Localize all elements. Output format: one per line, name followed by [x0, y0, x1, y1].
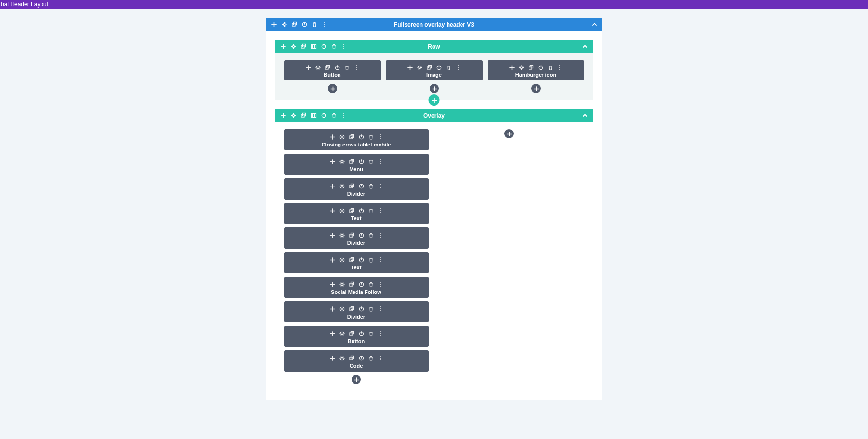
module-image[interactable]: Image [386, 60, 483, 80]
add-icon[interactable] [329, 208, 335, 213]
duplicate-icon[interactable] [349, 134, 354, 140]
module-social-media-follow[interactable]: Social Media Follow [284, 277, 429, 298]
add-icon[interactable] [329, 306, 335, 312]
duplicate-icon[interactable] [426, 65, 432, 70]
module-code[interactable]: Code [284, 350, 429, 372]
more-icon[interactable] [341, 43, 347, 50]
duplicate-icon[interactable] [349, 232, 354, 238]
module-divider[interactable]: Divider [284, 227, 429, 249]
duplicate-icon[interactable] [349, 331, 354, 336]
module-text[interactable]: Text [284, 203, 429, 224]
disable-icon[interactable] [538, 65, 543, 70]
add-icon[interactable] [271, 21, 277, 27]
more-icon[interactable] [353, 65, 359, 70]
duplicate-icon[interactable] [325, 65, 330, 70]
module-text[interactable]: Text [284, 252, 429, 273]
more-icon[interactable] [378, 159, 383, 164]
collapse-icon[interactable] [582, 112, 588, 119]
duplicate-icon[interactable] [349, 183, 354, 189]
settings-icon[interactable] [339, 134, 345, 140]
section-header[interactable]: Fullscreen overlay header V3 [266, 18, 602, 31]
more-icon[interactable] [378, 257, 383, 263]
row-header[interactable]: Row [275, 40, 593, 53]
more-icon[interactable] [455, 65, 461, 70]
more-icon[interactable] [378, 183, 383, 189]
add-module-button[interactable] [352, 375, 361, 384]
duplicate-icon[interactable] [300, 43, 307, 50]
delete-icon[interactable] [368, 257, 374, 263]
module-divider[interactable]: Divider [284, 178, 429, 200]
more-icon[interactable] [378, 355, 383, 361]
settings-icon[interactable] [339, 232, 345, 238]
add-icon[interactable] [329, 257, 335, 263]
more-icon[interactable] [378, 232, 383, 238]
settings-icon[interactable] [339, 355, 345, 361]
disable-icon[interactable] [321, 43, 327, 50]
more-icon[interactable] [557, 65, 563, 70]
duplicate-icon[interactable] [349, 208, 354, 213]
collapse-icon[interactable] [591, 21, 597, 27]
settings-icon[interactable] [290, 112, 297, 119]
add-icon[interactable] [329, 134, 335, 140]
settings-icon[interactable] [339, 208, 345, 213]
delete-icon[interactable] [368, 306, 374, 312]
delete-icon[interactable] [368, 134, 374, 140]
add-icon[interactable] [329, 159, 335, 164]
duplicate-icon[interactable] [528, 65, 534, 70]
duplicate-icon[interactable] [349, 159, 354, 164]
disable-icon[interactable] [358, 208, 364, 213]
more-icon[interactable] [341, 112, 347, 119]
more-icon[interactable] [378, 306, 383, 312]
add-icon[interactable] [329, 183, 335, 189]
add-module-button[interactable] [328, 84, 337, 93]
add-module-button[interactable] [430, 84, 439, 93]
settings-icon[interactable] [339, 159, 345, 164]
delete-icon[interactable] [331, 112, 337, 119]
delete-icon[interactable] [368, 183, 374, 189]
add-icon[interactable] [407, 65, 413, 70]
more-icon[interactable] [378, 134, 383, 140]
row-header[interactable]: Overlay [275, 109, 593, 122]
settings-icon[interactable] [281, 21, 287, 27]
disable-icon[interactable] [301, 21, 308, 27]
add-icon[interactable] [280, 112, 286, 119]
duplicate-icon[interactable] [349, 306, 354, 312]
duplicate-icon[interactable] [349, 355, 354, 361]
disable-icon[interactable] [358, 183, 364, 189]
settings-icon[interactable] [315, 65, 321, 70]
duplicate-icon[interactable] [349, 257, 354, 263]
delete-icon[interactable] [368, 331, 374, 336]
columns-icon[interactable] [311, 112, 317, 119]
module-button[interactable]: Button [284, 326, 429, 347]
add-icon[interactable] [329, 355, 335, 361]
delete-icon[interactable] [368, 281, 374, 287]
delete-icon[interactable] [368, 208, 374, 213]
settings-icon[interactable] [290, 43, 297, 50]
add-icon[interactable] [329, 232, 335, 238]
disable-icon[interactable] [358, 134, 364, 140]
duplicate-icon[interactable] [300, 112, 307, 119]
delete-icon[interactable] [446, 65, 451, 70]
disable-icon[interactable] [321, 112, 327, 119]
add-icon[interactable] [509, 65, 515, 70]
module-menu[interactable]: Menu [284, 154, 429, 175]
module-divider[interactable]: Divider [284, 301, 429, 322]
add-icon[interactable] [329, 331, 335, 336]
settings-icon[interactable] [339, 281, 345, 287]
collapse-icon[interactable] [582, 43, 588, 50]
settings-icon[interactable] [339, 306, 345, 312]
add-icon[interactable] [305, 65, 311, 70]
disable-icon[interactable] [358, 355, 364, 361]
disable-icon[interactable] [358, 281, 364, 287]
settings-icon[interactable] [417, 65, 422, 70]
settings-icon[interactable] [339, 257, 345, 263]
disable-icon[interactable] [334, 65, 340, 70]
delete-icon[interactable] [344, 65, 350, 70]
settings-icon[interactable] [339, 331, 345, 336]
disable-icon[interactable] [358, 257, 364, 263]
module-hamburger-icon[interactable]: Hamburger icon [488, 60, 584, 80]
settings-icon[interactable] [518, 65, 524, 70]
module-button[interactable]: Button [284, 60, 381, 80]
columns-icon[interactable] [311, 43, 317, 50]
more-icon[interactable] [378, 331, 383, 336]
